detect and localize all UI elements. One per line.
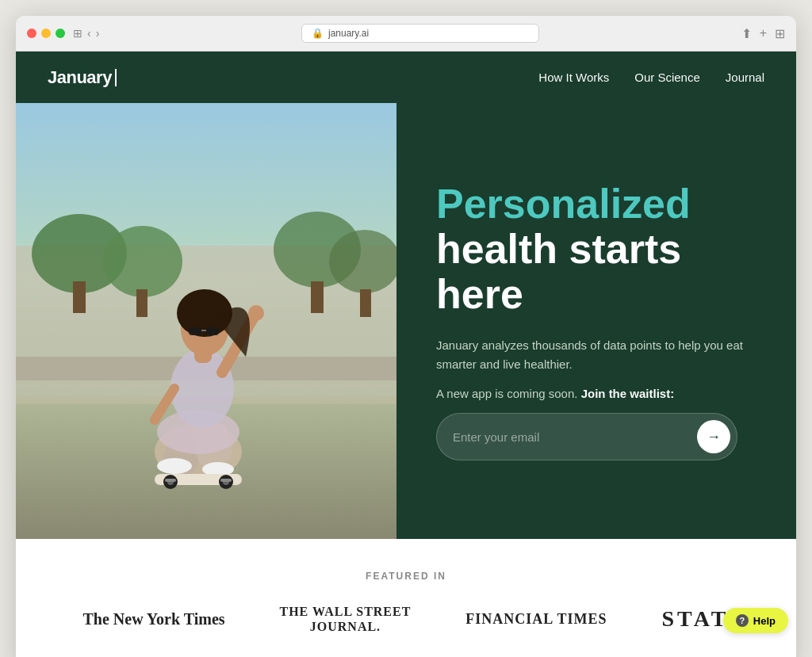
svg-rect-8 bbox=[73, 281, 86, 313]
window-controls: ⊞ ‹ › bbox=[73, 27, 99, 40]
stat-logo: STAT bbox=[661, 606, 729, 632]
nav-link-how-it-works[interactable]: How It Works bbox=[538, 71, 609, 84]
svg-rect-26 bbox=[206, 327, 219, 335]
browser-window: ⊞ ‹ › 🔒 january.ai ⬆ + ⊞ January bbox=[16, 16, 796, 657]
hero-title-white: health starts here bbox=[436, 227, 756, 317]
browser-actions: ⬆ + ⊞ bbox=[741, 26, 785, 41]
traffic-lights bbox=[27, 29, 65, 38]
hero-waitlist-text: A new app is coming soon. Join the waitl… bbox=[436, 387, 756, 400]
skater-illustration bbox=[16, 103, 396, 539]
logo-cursor bbox=[115, 69, 117, 86]
ft-logo: FINANCIAL TIMES bbox=[465, 611, 607, 628]
nav-link-our-science[interactable]: Our Science bbox=[634, 71, 700, 84]
svg-rect-11 bbox=[360, 289, 371, 317]
help-button[interactable]: ? Help bbox=[723, 608, 788, 633]
svg-rect-10 bbox=[311, 281, 324, 313]
browser-controls: ⊞ ‹ › 🔒 january.ai ⬆ + ⊞ bbox=[27, 24, 785, 51]
submit-button[interactable]: → bbox=[697, 420, 730, 453]
address-bar[interactable]: 🔒 january.ai bbox=[301, 24, 539, 43]
featured-logos: The New York Times THE WALL STREETJOURNA… bbox=[63, 604, 749, 634]
close-button[interactable] bbox=[27, 29, 36, 38]
back-icon[interactable]: ‹ bbox=[87, 27, 91, 40]
svg-point-28 bbox=[157, 458, 192, 474]
browser-chrome: ⊞ ‹ › 🔒 january.ai ⬆ + ⊞ bbox=[16, 16, 796, 52]
nav-item-how-it-works[interactable]: How It Works bbox=[538, 71, 609, 85]
svg-rect-35 bbox=[165, 479, 176, 482]
help-label: Help bbox=[753, 615, 776, 627]
hero-content: Personalized health starts here January … bbox=[396, 103, 796, 539]
hero-description: January analyzes thousands of data point… bbox=[436, 336, 753, 374]
lock-icon: 🔒 bbox=[312, 28, 324, 39]
maximize-button[interactable] bbox=[56, 29, 65, 38]
svg-rect-25 bbox=[189, 327, 201, 335]
nyt-logo: The New York Times bbox=[82, 610, 224, 628]
featured-section: FEATURED IN The New York Times THE WALL … bbox=[16, 539, 796, 657]
svg-rect-9 bbox=[136, 289, 147, 317]
nav-links: How It Works Our Science Journal bbox=[538, 71, 764, 85]
email-form: → bbox=[436, 413, 737, 460]
sidebar-toggle-icon[interactable]: ⊞ bbox=[73, 27, 82, 40]
navigation: January How It Works Our Science Journal bbox=[16, 52, 796, 103]
website-content: January How It Works Our Science Journal bbox=[16, 52, 796, 657]
nav-item-journal[interactable]: Journal bbox=[726, 71, 764, 85]
arrow-icon: → bbox=[707, 429, 721, 445]
hero-title-colored: Personalized bbox=[436, 181, 756, 227]
nav-item-our-science[interactable]: Our Science bbox=[634, 71, 700, 85]
hero-section: Personalized health starts here January … bbox=[16, 103, 796, 539]
grid-icon[interactable]: ⊞ bbox=[775, 26, 785, 41]
email-input[interactable] bbox=[453, 430, 697, 444]
minimize-button[interactable] bbox=[41, 29, 51, 38]
help-icon: ? bbox=[736, 614, 749, 627]
address-bar-container: 🔒 january.ai bbox=[107, 24, 733, 43]
svg-point-5 bbox=[103, 226, 182, 297]
wsj-logo: THE WALL STREETJOURNAL. bbox=[280, 604, 412, 634]
new-tab-icon[interactable]: + bbox=[760, 26, 767, 40]
url-text: january.ai bbox=[328, 28, 369, 39]
svg-rect-36 bbox=[220, 479, 232, 482]
hero-image bbox=[16, 103, 396, 539]
nav-link-journal[interactable]: Journal bbox=[726, 71, 764, 84]
featured-label: FEATURED IN bbox=[63, 571, 749, 582]
svg-point-20 bbox=[248, 305, 264, 321]
logo-text: January bbox=[48, 67, 112, 88]
share-icon[interactable]: ⬆ bbox=[741, 26, 752, 41]
forward-icon[interactable]: › bbox=[96, 27, 100, 40]
logo[interactable]: January bbox=[48, 67, 117, 88]
